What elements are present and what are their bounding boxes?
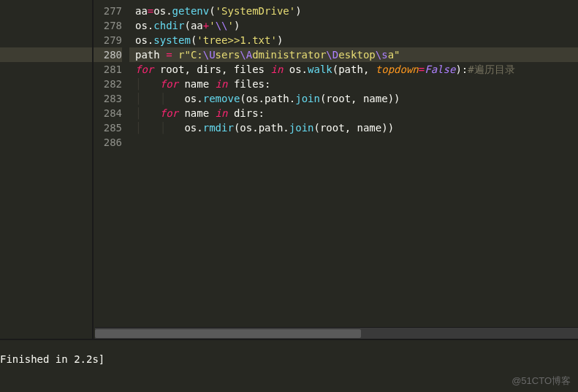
code-line[interactable]: │ │ os.remove(os.path.join(root, name)) [135, 91, 578, 106]
code-editor[interactable]: 277278279280281282283284285286 aa=os.get… [0, 0, 578, 327]
line-number: 286 [0, 135, 122, 150]
code-line[interactable]: │ │ os.rmdir(os.path.join(root, name)) [135, 120, 578, 135]
line-number: 280 [0, 47, 122, 62]
code-line[interactable]: os.chdir(aa+'\\') [135, 18, 578, 33]
line-number: 284 [0, 106, 122, 120]
line-number: 285 [0, 120, 122, 135]
code-line[interactable]: │ for name in dirs: [135, 106, 578, 120]
line-number-gutter: 277278279280281282283284285286 [0, 0, 135, 327]
code-line[interactable]: path = r"C:\Users\Administrator\Desktop\… [129, 47, 578, 62]
code-line[interactable] [135, 135, 578, 150]
scrollbar-thumb[interactable] [95, 329, 361, 338]
build-output-panel: Finished in 2.2s] [0, 339, 578, 392]
line-number: 283 [0, 91, 122, 106]
line-number: 278 [0, 18, 122, 33]
line-number: 279 [0, 33, 122, 47]
code-content[interactable]: aa=os.getenv('SystemDrive')os.chdir(aa+'… [135, 0, 578, 327]
vertical-divider [92, 0, 94, 339]
code-line[interactable]: aa=os.getenv('SystemDrive') [135, 4, 578, 18]
console-output: Finished in 2.2s] [0, 353, 104, 365]
code-line[interactable]: os.system('tree>>1.txt') [135, 33, 578, 47]
code-line[interactable]: │ for name in files: [135, 77, 578, 91]
line-number: 282 [0, 77, 122, 91]
watermark-text: @51CTO博客 [512, 374, 571, 388]
line-number: 277 [0, 4, 122, 18]
code-line[interactable]: for root, dirs, files in os.walk(path, t… [135, 62, 578, 77]
line-number: 281 [0, 62, 122, 77]
horizontal-scrollbar[interactable] [95, 327, 578, 339]
